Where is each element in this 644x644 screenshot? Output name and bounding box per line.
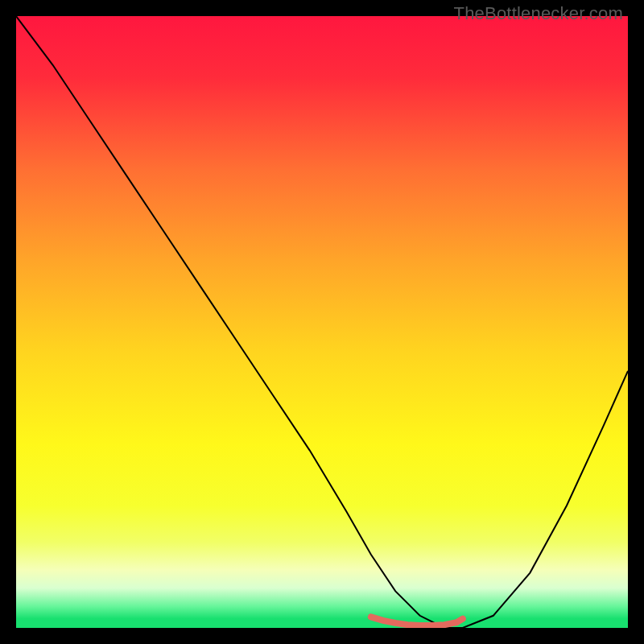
gradient-background [16, 16, 628, 628]
watermark-text: TheBottlenecker.com [454, 3, 623, 24]
chart-frame [16, 16, 628, 628]
bottleneck-chart [16, 16, 628, 628]
